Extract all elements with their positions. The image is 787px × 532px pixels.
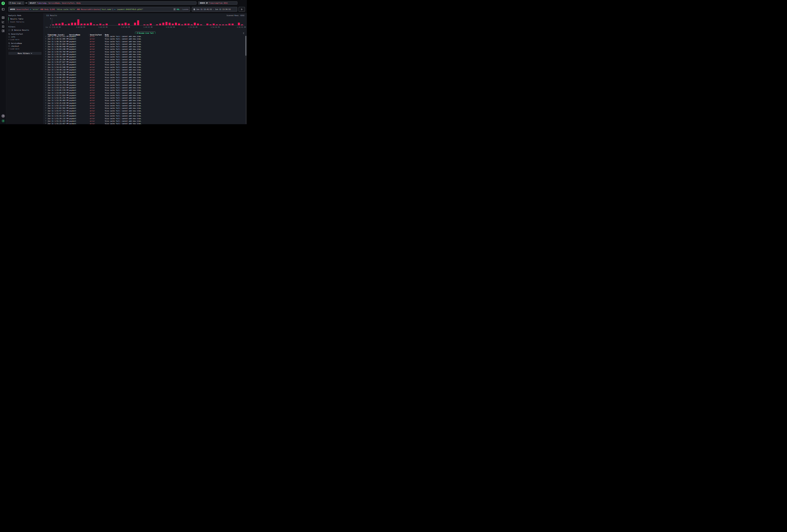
histogram-bar[interactable] xyxy=(197,24,199,25)
row-expand-chevron-icon[interactable] xyxy=(45,112,46,114)
histogram-bar[interactable] xyxy=(74,23,76,25)
row-expand-chevron-icon[interactable] xyxy=(45,79,46,81)
row-expand-chevron-icon[interactable] xyxy=(45,54,46,55)
histogram-bar[interactable] xyxy=(200,24,202,25)
histogram-bar[interactable] xyxy=(184,24,186,25)
column-header-timestamp[interactable]: Timestamp (Local) xyxy=(47,34,64,36)
row-expand-chevron-icon[interactable] xyxy=(45,61,46,63)
analysis-mode-event-patterns[interactable]: Event Patterns xyxy=(8,20,24,23)
table-row[interactable]: Jun 11 1:56:51.975 PMpaymenterrorVisa ca… xyxy=(44,36,245,38)
denoise-checkbox[interactable] xyxy=(8,29,10,31)
table-row[interactable]: Jun 11 1:56:42.995 PMpaymenterrorVisa ca… xyxy=(44,38,245,40)
histogram-bar[interactable] xyxy=(68,24,70,25)
histogram-bar[interactable] xyxy=(169,23,171,25)
column-header-servicename[interactable]: ServiceName xyxy=(69,34,80,36)
histogram-bar[interactable] xyxy=(191,24,193,25)
table-scrollbar-thumb[interactable] xyxy=(246,35,246,56)
row-expand-chevron-icon[interactable] xyxy=(45,92,46,93)
histogram-bar[interactable] xyxy=(159,24,161,25)
avatar[interactable]: U xyxy=(1,119,5,123)
row-expand-chevron-icon[interactable] xyxy=(45,105,46,106)
run-query-button[interactable] xyxy=(239,7,245,12)
table-row[interactable]: Jun 11 1:51:43.121 PMpaymenterrorVisa ca… xyxy=(44,115,245,117)
table-row[interactable]: Jun 11 1:51:57.712 PMpaymenterrorVisa ca… xyxy=(44,110,245,112)
histogram-bar[interactable] xyxy=(90,23,92,25)
row-expand-chevron-icon[interactable] xyxy=(45,56,46,57)
row-expand-chevron-icon[interactable] xyxy=(45,110,46,111)
histogram-bar[interactable] xyxy=(206,24,208,25)
table-row[interactable]: Jun 11 1:54:40.218 PMpaymenterrorVisa ca… xyxy=(44,69,245,71)
row-expand-chevron-icon[interactable] xyxy=(45,97,46,98)
sessions-icon[interactable] xyxy=(2,25,5,28)
search-logs-icon[interactable] xyxy=(2,16,5,19)
table-row[interactable]: Jun 11 1:52:02.581 PMpaymenterrorVisa ca… xyxy=(44,107,245,109)
row-expand-chevron-icon[interactable] xyxy=(45,64,46,65)
histogram-bar[interactable] xyxy=(106,24,108,25)
table-row[interactable]: Jun 11 1:54:09.906 PMpaymenterrorVisa ca… xyxy=(44,74,245,76)
table-row[interactable]: Jun 11 1:53:26.250 PMpaymenterrorVisa ca… xyxy=(44,81,245,84)
chart-explorer-icon[interactable] xyxy=(2,20,5,23)
table-row[interactable]: Jun 11 1:55:16.296 PMpaymenterrorVisa ca… xyxy=(44,58,245,61)
histogram-bar[interactable] xyxy=(210,24,212,25)
table-row[interactable]: Jun 11 1:55:39.324 PMpaymenterrorVisa ca… xyxy=(44,56,245,58)
table-row[interactable]: Jun 11 1:53:24.274 PMpaymenterrorVisa ca… xyxy=(44,84,245,87)
info-checkbox[interactable] xyxy=(8,36,10,38)
table-row[interactable]: Jun 11 1:55:59.760 PMpaymenterrorVisa ca… xyxy=(44,51,245,53)
histogram-bar[interactable] xyxy=(162,23,164,25)
time-range-picker[interactable]: Jun 11 13:41:52 - Jun 11 13:56:52 xyxy=(192,7,237,12)
histogram-bar[interactable] xyxy=(194,23,196,25)
lucene-mode-option[interactable]: Lucene xyxy=(183,8,188,10)
panel-toggle-icon[interactable] xyxy=(2,8,5,11)
table-row[interactable]: Jun 11 1:52:30.469 PMpaymenterrorVisa ca… xyxy=(44,99,245,102)
more-filters-button[interactable]: More filters xyxy=(8,52,42,55)
row-expand-chevron-icon[interactable] xyxy=(45,120,46,122)
source-select[interactable]: Demo Logs xyxy=(8,1,24,4)
row-expand-chevron-icon[interactable] xyxy=(45,77,46,78)
table-row[interactable]: Jun 11 1:55:07.827 PMpaymenterrorVisa ca… xyxy=(44,61,245,63)
row-expand-chevron-icon[interactable] xyxy=(45,89,46,91)
histogram-bar[interactable] xyxy=(125,23,127,25)
row-expand-chevron-icon[interactable] xyxy=(45,38,46,39)
histogram-bar[interactable] xyxy=(96,24,98,25)
row-expand-chevron-icon[interactable] xyxy=(45,59,46,60)
histogram-bar[interactable] xyxy=(228,24,230,25)
histogram-bar[interactable] xyxy=(134,23,136,25)
table-row[interactable]: Jun 11 1:53:00.676 PMpaymenterrorVisa ca… xyxy=(44,92,245,94)
table-row[interactable]: Jun 11 1:53:05.578 PMpaymenterrorVisa ca… xyxy=(44,89,245,92)
filter-group-severitytext[interactable]: SeverityText xyxy=(8,33,23,35)
histogram-bar[interactable] xyxy=(222,24,224,25)
table-row[interactable]: Jun 11 1:56:38.534 PMpaymenterrorVisa ca… xyxy=(44,40,245,43)
histogram-bar[interactable] xyxy=(121,24,123,25)
dashboards-icon[interactable] xyxy=(2,29,5,33)
help-button[interactable]: ? xyxy=(1,114,5,118)
histogram-bar[interactable] xyxy=(175,23,177,25)
filter-option-checkout[interactable]: checkout xyxy=(8,45,19,47)
histogram-bar[interactable] xyxy=(147,24,149,25)
row-expand-chevron-icon[interactable] xyxy=(45,69,46,70)
table-row[interactable]: Jun 11 1:55:51.448 PMpaymenterrorVisa ca… xyxy=(44,53,245,56)
column-header-severitytext[interactable]: SeverityText xyxy=(90,34,102,36)
histogram-bar[interactable] xyxy=(87,24,89,25)
row-expand-chevron-icon[interactable] xyxy=(45,46,46,47)
column-resize-handle[interactable] xyxy=(68,34,68,36)
table-row[interactable]: Jun 11 1:56:03.248 PMpaymenterrorVisa ca… xyxy=(44,48,245,50)
histogram-bar[interactable] xyxy=(71,23,73,25)
row-expand-chevron-icon[interactable] xyxy=(45,82,46,83)
row-expand-chevron-icon[interactable] xyxy=(45,43,46,45)
histogram-bar[interactable] xyxy=(62,23,64,25)
filter-option-info[interactable]: info xyxy=(8,36,15,38)
analysis-mode-results-table[interactable]: Results Table xyxy=(8,17,24,20)
table-row[interactable]: Jun 11 1:53:10.922 PMpaymenterrorVisa ca… xyxy=(44,87,245,89)
row-expand-chevron-icon[interactable] xyxy=(45,66,46,68)
table-row[interactable]: Jun 11 1:56:32.843 PMpaymenterrorVisa ca… xyxy=(44,43,245,45)
histogram-bar[interactable] xyxy=(156,24,158,25)
table-row[interactable]: Jun 11 1:52:51.824 PMpaymenterrorVisa ca… xyxy=(44,94,245,97)
load-more-severitytext[interactable]: Load more xyxy=(8,39,19,40)
row-expand-chevron-icon[interactable] xyxy=(45,123,46,124)
histogram-bar[interactable] xyxy=(55,24,57,25)
row-expand-chevron-icon[interactable] xyxy=(45,115,46,116)
table-scrollbar-track[interactable] xyxy=(246,34,246,124)
histogram-bar[interactable] xyxy=(181,24,183,25)
histogram-bar[interactable] xyxy=(77,19,79,25)
histogram-bar[interactable] xyxy=(216,24,218,25)
